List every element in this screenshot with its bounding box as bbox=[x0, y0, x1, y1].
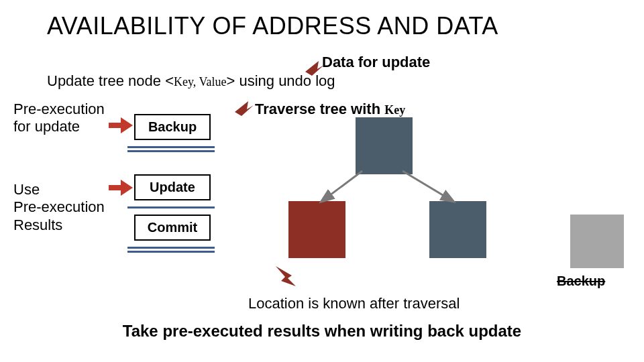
svg-line-7 bbox=[322, 171, 362, 201]
divider-icon bbox=[127, 251, 215, 253]
traverse-key: Key bbox=[384, 103, 405, 117]
preexec-label-l1: Pre-execution bbox=[13, 101, 105, 118]
box-backup: Backup bbox=[134, 114, 211, 140]
traverse-tree-text: Traverse tree with Key bbox=[255, 101, 405, 118]
traverse-pre: Traverse tree with bbox=[255, 101, 384, 117]
divider-icon bbox=[127, 206, 215, 208]
update-tree-node-text: Update tree node <Key, Value> using undo… bbox=[47, 72, 335, 90]
divider-icon bbox=[127, 150, 215, 152]
backup-node bbox=[570, 215, 624, 268]
svg-marker-10 bbox=[276, 266, 296, 286]
svg-line-9 bbox=[402, 171, 453, 201]
box-commit: Commit bbox=[134, 215, 211, 241]
svg-marker-1 bbox=[235, 101, 254, 116]
svg-marker-3 bbox=[121, 117, 133, 133]
arrow-root-to-left-icon bbox=[315, 168, 369, 208]
arrow-preexec-to-backup-icon bbox=[109, 117, 133, 133]
arrow-update-to-traverse-icon bbox=[235, 97, 255, 117]
svg-rect-4 bbox=[109, 185, 121, 190]
divider-icon bbox=[127, 146, 215, 148]
preexec-label: Pre-execution for update bbox=[13, 101, 105, 136]
use-l1: Use bbox=[13, 181, 105, 198]
bottom-conclusion-text: Take pre-executed results when writing b… bbox=[0, 322, 644, 341]
preexec-label-l2: for update bbox=[13, 118, 105, 135]
use-l2: Pre-execution bbox=[13, 198, 105, 216]
callout-data-for-update: Data for update bbox=[322, 54, 430, 71]
tree-node-right bbox=[429, 201, 486, 258]
arrow-use-to-update-icon bbox=[109, 180, 133, 196]
use-l3: Results bbox=[13, 217, 105, 234]
backup-node-label: Backup bbox=[557, 274, 605, 289]
tree-node-root bbox=[356, 117, 413, 174]
use-results-label: Use Pre-execution Results bbox=[13, 181, 105, 234]
arrow-location-to-node-icon bbox=[273, 265, 297, 292]
update-line-kv: Key, Value bbox=[174, 75, 226, 88]
location-known-text: Location is known after traversal bbox=[248, 295, 460, 312]
arrow-root-to-right-icon bbox=[399, 168, 460, 208]
box-update: Update bbox=[134, 174, 211, 200]
svg-marker-5 bbox=[121, 180, 133, 196]
update-line-pre: Update tree node < bbox=[47, 72, 174, 89]
svg-rect-2 bbox=[109, 123, 121, 128]
update-line-post: > using undo log bbox=[226, 72, 335, 89]
divider-icon bbox=[127, 247, 215, 249]
tree-node-left bbox=[288, 201, 345, 258]
slide-title: AVAILABILITY OF ADDRESS AND DATA bbox=[47, 12, 498, 40]
